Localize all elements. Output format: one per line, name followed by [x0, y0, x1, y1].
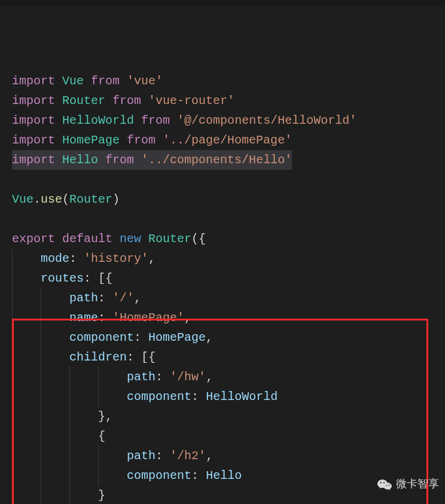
punct-token: (	[62, 193, 69, 206]
string-token: '/h2'	[170, 449, 206, 463]
punct-token: ,	[206, 331, 213, 344]
punct-token: }	[98, 488, 105, 502]
string-token: 'history'	[84, 252, 148, 265]
code-line[interactable]: import Vue from 'vue'	[12, 71, 433, 91]
type-token: HelloWorld	[62, 114, 134, 127]
property-token: component	[127, 390, 191, 404]
identifier-token: HomePage	[148, 331, 206, 344]
keyword-token: from	[91, 74, 120, 88]
code-line[interactable]: component: HomePage,	[12, 328, 433, 347]
string-token: '@/components/HelloWorld'	[177, 114, 356, 127]
keyword-token: from	[112, 94, 141, 108]
type-token: Hello	[62, 153, 98, 167]
code-line[interactable]: path: '/',	[12, 288, 433, 308]
punct-token: :	[127, 350, 134, 364]
string-token: '/hw'	[170, 370, 206, 384]
code-line[interactable]: routes: [{	[12, 268, 433, 288]
string-token: 'vue-router'	[148, 94, 234, 108]
keyword-token: import	[12, 74, 55, 88]
punct-token: [{	[98, 271, 112, 285]
type-token: Vue	[62, 74, 84, 88]
property-token: name	[69, 311, 98, 325]
punct-token: ,	[184, 311, 191, 325]
code-editor[interactable]: import Vue from 'vue'import Router from …	[0, 0, 445, 504]
string-token: '../page/HomePage'	[163, 133, 292, 147]
punct-token: ,	[148, 252, 156, 265]
code-line[interactable]	[12, 170, 433, 190]
code-line[interactable]: path: '/h2',	[12, 446, 433, 466]
property-token: path	[127, 370, 156, 384]
punct-token: },	[98, 410, 112, 423]
punct-token: :	[191, 390, 199, 404]
property-token: component	[69, 331, 134, 344]
punct-token: :	[98, 291, 105, 305]
keyword-token: import	[12, 153, 55, 167]
code-line[interactable]: }	[12, 485, 433, 504]
property-token: children	[69, 350, 127, 364]
property-token: path	[69, 291, 98, 305]
string-token: 'HomePage'	[112, 311, 184, 325]
string-token: '/'	[112, 291, 134, 305]
property-token: path	[127, 449, 156, 463]
punct-token: {	[98, 429, 105, 443]
code-line[interactable]: import HelloWorld from '@/components/Hel…	[12, 111, 433, 130]
punct-token: ,	[206, 370, 213, 384]
punct-token: )	[112, 193, 120, 206]
keyword-token: from	[127, 133, 156, 147]
function-token: use	[41, 193, 62, 206]
type-token: Router	[148, 232, 191, 246]
tab-bar	[0, 0, 445, 6]
keyword-token: export	[12, 232, 55, 246]
code-line[interactable]: export default new Router({	[12, 229, 433, 249]
punct-token: :	[98, 311, 105, 325]
keyword-token: from	[105, 153, 134, 167]
type-token: Router	[62, 94, 105, 108]
punct-token: ,	[206, 449, 213, 463]
property-token: routes	[41, 271, 84, 285]
keyword-token: default	[62, 232, 112, 246]
keyword-token: new	[120, 232, 141, 246]
keyword-token: import	[12, 94, 55, 108]
punct-token: :	[134, 331, 141, 344]
punct-token: :	[191, 469, 199, 482]
code-line[interactable]: Vue.use(Router)	[12, 190, 433, 209]
property-token: mode	[41, 252, 69, 265]
identifier-token: HelloWorld	[206, 390, 278, 404]
code-line[interactable]: component: HelloWorld	[12, 387, 433, 407]
code-area[interactable]: import Vue from 'vue'import Router from …	[12, 71, 433, 504]
code-line[interactable]: {	[12, 426, 433, 446]
property-token: component	[127, 469, 191, 482]
punct-token: :	[84, 271, 91, 285]
code-line[interactable]: name: 'HomePage',	[12, 308, 433, 328]
code-line[interactable]: mode: 'history',	[12, 249, 433, 268]
code-line[interactable]: path: '/hw',	[12, 367, 433, 387]
keyword-token: import	[12, 114, 55, 127]
punct-token: :	[69, 252, 77, 265]
type-token: HomePage	[62, 133, 120, 147]
code-line[interactable]: import HomePage from '../page/HomePage'	[12, 130, 433, 150]
punct-token: ({	[191, 232, 206, 246]
type-token: Router	[69, 193, 112, 206]
identifier-token: Hello	[206, 469, 242, 482]
type-token: Vue	[12, 193, 33, 206]
code-line[interactable]	[12, 209, 433, 229]
punct-token: ,	[134, 291, 141, 305]
punct-token: :	[156, 370, 163, 384]
keyword-token: import	[12, 133, 55, 147]
string-token: 'vue'	[127, 74, 163, 88]
punct-token: :	[156, 449, 163, 463]
punct-token: [{	[141, 350, 156, 364]
keyword-token: from	[141, 114, 170, 127]
string-token: '../components/Hello'	[141, 153, 292, 167]
code-line[interactable]: children: [{	[12, 347, 433, 367]
code-line[interactable]: import Router from 'vue-router'	[12, 91, 433, 111]
punct-token: .	[33, 193, 41, 206]
code-line[interactable]: import Hello from '../components/Hello'	[12, 150, 433, 170]
code-line[interactable]: },	[12, 407, 433, 426]
code-line[interactable]: component: Hello	[12, 466, 433, 485]
